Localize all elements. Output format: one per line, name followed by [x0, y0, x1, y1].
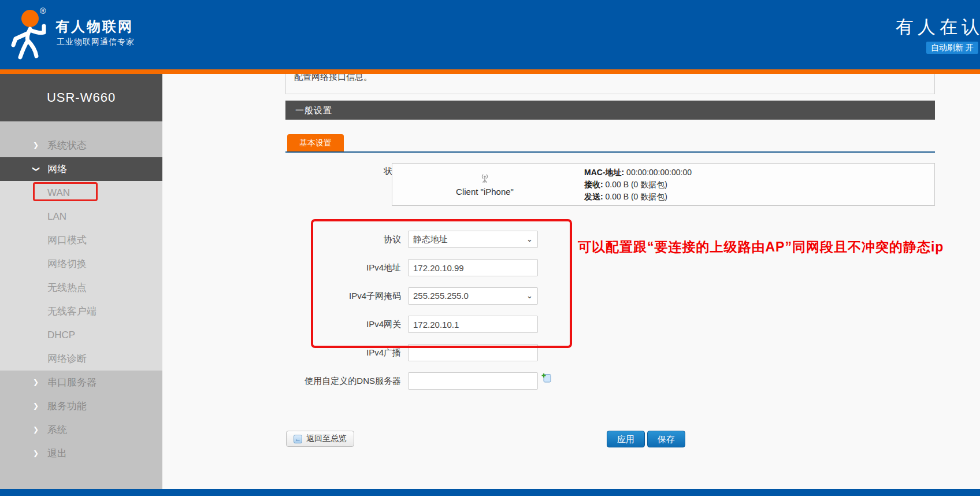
main-content: 配置网络接口信息。 一般设置 基本设置 状态: [285, 74, 935, 448]
sidebar-item-serial-server[interactable]: ❯ 串口服务器: [0, 371, 162, 394]
sidebar-menu: ❯ 系统状态 ❯ 网络 WAN LAN 网口模式 网络切换 无线热点 无线客户端…: [0, 121, 162, 465]
chevron-right-icon: ❯: [33, 418, 39, 442]
accent-divider: [0, 69, 980, 74]
ipv4-address-label: IPv4地址: [285, 262, 408, 273]
chevron-down-icon: ⌄: [526, 288, 533, 304]
chevron-right-icon: ❯: [33, 134, 39, 157]
svg-text:®: ®: [40, 6, 46, 16]
status-tx-line: 发送: 0.00 B (0 数据包): [584, 191, 934, 203]
save-button[interactable]: 保存: [647, 431, 685, 447]
sidebar-item-wan[interactable]: WAN: [0, 181, 162, 205]
ipv4-address-row: IPv4地址: [285, 259, 935, 276]
custom-dns-label: 使用自定义的DNS服务器: [285, 376, 408, 387]
custom-dns-row: 使用自定义的DNS服务器: [285, 372, 935, 390]
ipv4-address-input[interactable]: [408, 259, 538, 276]
sidebar: USR-W660 ❯ 系统状态 ❯ 网络 WAN LAN 网口模式 网络切换 无…: [0, 74, 162, 489]
brand-subtitle: 工业物联网通信专家: [57, 37, 135, 47]
sidebar-item-wireless-hotspot[interactable]: 无线热点: [0, 276, 162, 299]
ipv4-broadcast-input[interactable]: [408, 344, 538, 361]
chevron-right-icon: ❯: [33, 394, 39, 418]
sidebar-item-network[interactable]: ❯ 网络: [0, 157, 162, 181]
brand-title: 有人物联网: [55, 17, 133, 36]
page-intro-text: 配置网络接口信息。: [294, 74, 934, 83]
antenna-icon: [480, 173, 490, 183]
sidebar-item-service-function[interactable]: ❯ 服务功能: [0, 394, 162, 418]
ipv4-netmask-row: IPv4子网掩码 255.255.255.0 ⌄: [285, 287, 935, 305]
add-entry-icon: [541, 373, 551, 383]
protocol-select[interactable]: 静态地址 ⌄: [408, 231, 538, 248]
sidebar-item-network-switch[interactable]: 网络切换: [0, 252, 162, 276]
static-ip-note: 可以配置跟“要连接的上级路由AP”同网段且不冲突的静态ip: [578, 238, 944, 256]
usr-mascot-icon: ®: [6, 3, 54, 61]
status-details: MAC-地址: 00:00:00:00:00:00 接收: 0.00 B (0 …: [577, 166, 934, 203]
chevron-down-icon: ❯: [33, 157, 39, 181]
sidebar-item-network-diagnosis[interactable]: 网络诊断: [0, 347, 162, 371]
auto-refresh-toggle[interactable]: 自动刷新 开: [926, 42, 978, 54]
status-client: Client "iPhone": [392, 173, 577, 197]
brand-logo: ®: [6, 3, 54, 64]
header-slogan: 有人在认: [896, 15, 980, 39]
sidebar-item-system[interactable]: ❯ 系统: [0, 418, 162, 442]
add-dns-button[interactable]: [541, 373, 551, 385]
button-row: ← 返回至总览 应用 保存: [285, 431, 935, 448]
chevron-down-icon: ⌄: [526, 231, 533, 247]
sidebar-item-port-mode[interactable]: 网口模式: [0, 228, 162, 252]
ipv4-netmask-label: IPv4子网掩码: [285, 291, 408, 302]
status-mac-line: MAC-地址: 00:00:00:00:00:00: [584, 166, 934, 179]
status-label: 状态: [285, 163, 408, 177]
section-title: 一般设置: [285, 101, 935, 120]
back-arrow-icon: ←: [294, 435, 302, 443]
ipv4-broadcast-label: IPv4广播: [285, 347, 408, 358]
footer-bar: [0, 489, 980, 496]
ipv4-gateway-input[interactable]: [408, 316, 538, 333]
custom-dns-input[interactable]: [408, 372, 538, 390]
ipv4-netmask-select[interactable]: 255.255.255.0 ⌄: [408, 287, 538, 305]
sidebar-item-system-status[interactable]: ❯ 系统状态: [0, 134, 162, 157]
sidebar-item-lan[interactable]: LAN: [0, 205, 162, 228]
top-header: ® 有人物联网 工业物联网通信专家 有人在认 自动刷新 开: [0, 0, 980, 69]
ipv4-broadcast-row: IPv4广播: [285, 344, 935, 361]
apply-button[interactable]: 应用: [607, 431, 645, 447]
status-row: 状态 Client "iPhone" MAC-: [285, 163, 935, 206]
sidebar-item-dhcp[interactable]: DHCP: [0, 323, 162, 347]
status-rx-line: 接收: 0.00 B (0 数据包): [584, 179, 934, 191]
protocol-label: 协议: [285, 234, 408, 245]
back-to-overview-button[interactable]: ← 返回至总览: [286, 431, 354, 447]
page-intro-box: 配置网络接口信息。: [285, 74, 935, 94]
wan-settings-form: 状态 Client "iPhone" MAC-: [285, 153, 935, 448]
ipv4-gateway-label: IPv4网关: [285, 319, 408, 330]
sidebar-item-logout[interactable]: ❯ 退出: [0, 442, 162, 465]
tab-basic-settings[interactable]: 基本设置: [287, 134, 344, 151]
tab-strip: 基本设置: [285, 134, 935, 153]
chevron-right-icon: ❯: [33, 442, 39, 465]
status-box: Client "iPhone" MAC-地址: 00:00:00:00:00:0…: [392, 163, 935, 206]
sidebar-item-wireless-client[interactable]: 无线客户端: [0, 299, 162, 323]
chevron-right-icon: ❯: [33, 371, 39, 394]
device-name: USR-W660: [0, 74, 162, 121]
ipv4-gateway-row: IPv4网关: [285, 316, 935, 333]
status-client-name: Client "iPhone": [392, 187, 577, 197]
